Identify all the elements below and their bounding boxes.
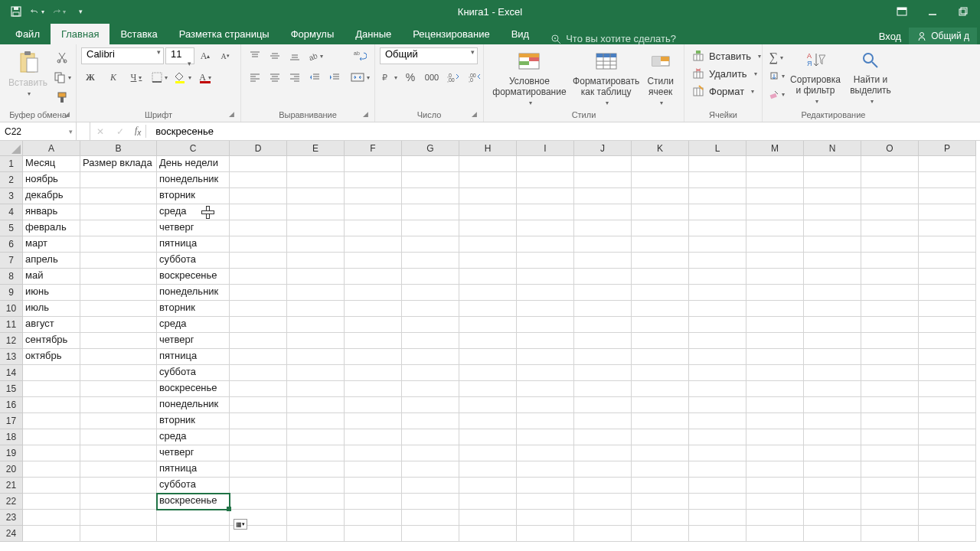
qat-customize-icon[interactable]: ▾ [74, 5, 87, 18]
cell-I7[interactable] [517, 253, 574, 269]
tab-view[interactable]: Вид [501, 24, 541, 44]
cell-E8[interactable] [287, 269, 345, 285]
row-header[interactable]: 5 [0, 220, 23, 236]
column-header[interactable]: F [345, 141, 402, 156]
cell-D13[interactable] [230, 349, 287, 365]
cell-B21[interactable] [80, 478, 157, 494]
cell-G17[interactable] [402, 413, 459, 429]
align-launcher-icon[interactable]: ◢ [363, 110, 372, 119]
cell-B5[interactable] [80, 220, 157, 236]
cell-K8[interactable] [632, 269, 689, 285]
cell-B3[interactable] [80, 188, 157, 204]
cell-N17[interactable] [804, 413, 861, 429]
tab-formulas[interactable]: Формулы [280, 24, 345, 44]
cell-J6[interactable] [574, 236, 632, 253]
cell-J19[interactable] [574, 445, 632, 461]
cell-D14[interactable] [230, 365, 287, 381]
cell-M9[interactable] [746, 285, 804, 301]
column-header[interactable]: M [746, 141, 804, 156]
cell-M4[interactable] [746, 204, 804, 220]
clipboard-launcher-icon[interactable]: ◢ [64, 110, 74, 119]
cell-J1[interactable] [574, 156, 632, 172]
decrease-indent-icon[interactable] [305, 69, 324, 86]
column-header[interactable]: K [632, 141, 689, 156]
cell-J5[interactable] [574, 220, 632, 236]
autosum-icon[interactable]: ∑▾ [767, 49, 786, 66]
cell-D1[interactable] [230, 156, 287, 172]
cell-K12[interactable] [632, 333, 689, 349]
cell-A3[interactable]: декабрь [23, 188, 80, 204]
cell-E9[interactable] [287, 285, 345, 301]
cell-K22[interactable] [632, 494, 689, 510]
cell-B8[interactable] [80, 269, 157, 285]
cell-F15[interactable] [345, 381, 402, 397]
column-header[interactable]: I [517, 141, 574, 156]
cell-M15[interactable] [746, 381, 804, 397]
orientation-icon[interactable]: ab▾ [305, 47, 324, 64]
cell-L18[interactable] [689, 429, 746, 445]
row-header[interactable]: 8 [0, 269, 23, 285]
row-header[interactable]: 6 [0, 236, 23, 253]
cell-A2[interactable]: ноябрь [23, 172, 80, 188]
cell-E19[interactable] [287, 445, 345, 461]
cell-O12[interactable] [861, 333, 919, 349]
cell-D21[interactable] [230, 478, 287, 494]
cell-L15[interactable] [689, 381, 746, 397]
row-header[interactable]: 4 [0, 204, 23, 220]
cell-O15[interactable] [861, 381, 919, 397]
cell-H23[interactable] [459, 510, 517, 526]
cell-K1[interactable] [632, 156, 689, 172]
cell-styles-button[interactable]: Стили ячеек▾ [642, 47, 679, 106]
cell-P20[interactable] [919, 461, 976, 478]
row-header[interactable]: 13 [0, 349, 23, 365]
cell-L7[interactable] [689, 253, 746, 269]
cell-G11[interactable] [402, 317, 459, 333]
cell-C4[interactable]: среда [157, 204, 230, 220]
cell-A6[interactable]: март [23, 236, 80, 253]
cell-C13[interactable]: пятница [157, 349, 230, 365]
cell-B10[interactable] [80, 301, 157, 317]
cell-O3[interactable] [861, 188, 919, 204]
cell-H16[interactable] [459, 397, 517, 413]
redo-icon[interactable]: ▾ [52, 5, 66, 18]
cell-G1[interactable] [402, 156, 459, 172]
cell-F1[interactable] [345, 156, 402, 172]
cell-H3[interactable] [459, 188, 517, 204]
cell-E3[interactable] [287, 188, 345, 204]
cell-J10[interactable] [574, 301, 632, 317]
cell-F6[interactable] [345, 236, 402, 253]
cell-L2[interactable] [689, 172, 746, 188]
cell-N19[interactable] [804, 445, 861, 461]
cell-F5[interactable] [345, 220, 402, 236]
cell-D10[interactable] [230, 301, 287, 317]
cell-L4[interactable] [689, 204, 746, 220]
cell-B16[interactable] [80, 397, 157, 413]
cell-C2[interactable]: понедельник [157, 172, 230, 188]
cell-M6[interactable] [746, 236, 804, 253]
cell-A5[interactable]: февраль [23, 220, 80, 236]
cell-M10[interactable] [746, 301, 804, 317]
decrease-font-icon[interactable]: A▾ [216, 47, 234, 64]
format-cells-button[interactable]: Формат▾ [689, 83, 757, 99]
row-header[interactable]: 15 [0, 381, 23, 397]
cell-D11[interactable] [230, 317, 287, 333]
tab-data[interactable]: Данные [345, 24, 402, 44]
cell-P15[interactable] [919, 381, 976, 397]
tab-file[interactable]: Файл [5, 24, 51, 44]
cell-N16[interactable] [804, 397, 861, 413]
cell-M13[interactable] [746, 349, 804, 365]
cell-L3[interactable] [689, 188, 746, 204]
cell-N1[interactable] [804, 156, 861, 172]
italic-icon[interactable]: К [104, 69, 122, 86]
cell-H11[interactable] [459, 317, 517, 333]
cell-D8[interactable] [230, 269, 287, 285]
cell-L1[interactable] [689, 156, 746, 172]
cell-N8[interactable] [804, 269, 861, 285]
cell-O6[interactable] [861, 236, 919, 253]
merge-center-icon[interactable]: ▾ [348, 69, 371, 86]
borders-icon[interactable]: ▾ [150, 69, 168, 86]
cell-I15[interactable] [517, 381, 574, 397]
clear-icon[interactable]: ▾ [767, 86, 786, 103]
cell-E2[interactable] [287, 172, 345, 188]
cell-I3[interactable] [517, 188, 574, 204]
